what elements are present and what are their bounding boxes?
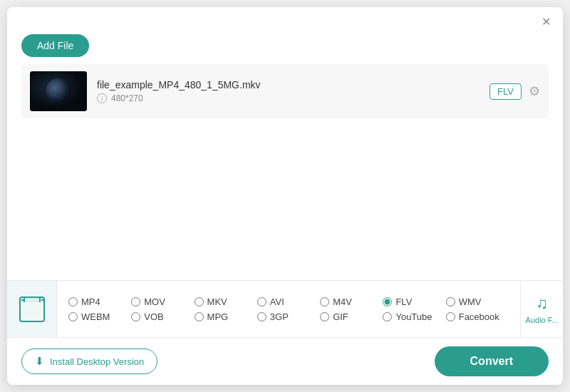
file-thumbnail: [30, 71, 87, 111]
format-radio-vob[interactable]: [131, 312, 140, 321]
close-button[interactable]: ✕: [539, 14, 553, 29]
format-option-3gp[interactable]: 3GP: [257, 311, 320, 322]
video-tab[interactable]: [7, 281, 57, 338]
settings-icon[interactable]: ⚙: [529, 83, 540, 99]
format-option-vob[interactable]: VOB: [131, 311, 194, 322]
format-bar: MP4 MOV MKV AVI M4V FLV WMV WEBM: [7, 280, 563, 337]
format-radio-3gp[interactable]: [257, 312, 266, 321]
thumbnail-image: [30, 71, 87, 111]
file-item: file_example_MP4_480_1_5MG.mkv i 480*270…: [21, 64, 549, 118]
format-option-youtube[interactable]: YouTube: [383, 311, 445, 322]
footer: ⬇ Install Desktop Version Convert: [7, 337, 563, 385]
file-meta: i 480*270: [97, 93, 480, 103]
format-radio-youtube[interactable]: [383, 312, 392, 321]
planet-graphic: [46, 78, 71, 104]
music-note-icon: ♫: [536, 294, 548, 313]
file-name: file_example_MP4_480_1_5MG.mkv: [97, 79, 480, 91]
close-icon: ✕: [542, 15, 551, 29]
format-option-webm[interactable]: WEBM: [68, 311, 131, 322]
format-radio-facebook[interactable]: [446, 312, 455, 321]
format-option-mp4[interactable]: MP4: [68, 296, 131, 307]
format-radio-wmv[interactable]: [446, 297, 455, 306]
add-file-button[interactable]: Add File: [21, 34, 89, 57]
toolbar: Add File: [7, 29, 563, 64]
install-desktop-button[interactable]: ⬇ Install Desktop Version: [21, 349, 157, 374]
file-list: file_example_MP4_480_1_5MG.mkv i 480*270…: [7, 64, 563, 280]
info-icon: i: [97, 93, 107, 103]
format-radio-avi[interactable]: [257, 297, 266, 306]
film-icon: [19, 296, 45, 322]
format-option-flv[interactable]: FLV: [383, 296, 445, 307]
file-actions: FLV ⚙: [489, 83, 540, 100]
download-icon: ⬇: [35, 355, 44, 368]
file-resolution: 480*270: [111, 93, 143, 103]
audio-tab-label: Audio F...: [526, 316, 559, 324]
format-radio-webm[interactable]: [68, 312, 78, 321]
format-radio-gif[interactable]: [320, 312, 329, 321]
convert-button[interactable]: Convert: [435, 346, 549, 376]
format-option-facebook[interactable]: Facebook: [446, 311, 509, 322]
format-option-gif[interactable]: GIF: [320, 311, 383, 322]
format-options: MP4 MOV MKV AVI M4V FLV WMV WEBM: [57, 291, 520, 328]
format-option-mpg[interactable]: MPG: [195, 311, 257, 322]
audio-tab[interactable]: ♫ Audio F...: [520, 281, 563, 338]
format-option-m4v[interactable]: M4V: [320, 296, 383, 307]
format-radio-m4v[interactable]: [320, 297, 329, 306]
file-info: file_example_MP4_480_1_5MG.mkv i 480*270: [97, 79, 480, 103]
format-radio-mp4[interactable]: [68, 297, 78, 306]
format-option-wmv[interactable]: WMV: [446, 296, 509, 307]
format-radio-mpg[interactable]: [195, 312, 204, 321]
title-bar: ✕: [7, 7, 563, 29]
format-option-avi[interactable]: AVI: [257, 296, 320, 307]
format-option-mkv[interactable]: MKV: [195, 296, 257, 307]
format-radio-mkv[interactable]: [195, 297, 204, 306]
main-window: ✕ Add File file_example_MP4_480_1_5MG.mk…: [7, 7, 563, 385]
install-label: Install Desktop Version: [50, 356, 144, 367]
format-radio-flv[interactable]: [383, 297, 392, 306]
format-radio-mov[interactable]: [131, 297, 140, 306]
format-option-mov[interactable]: MOV: [131, 296, 194, 307]
format-badge-button[interactable]: FLV: [489, 83, 522, 100]
